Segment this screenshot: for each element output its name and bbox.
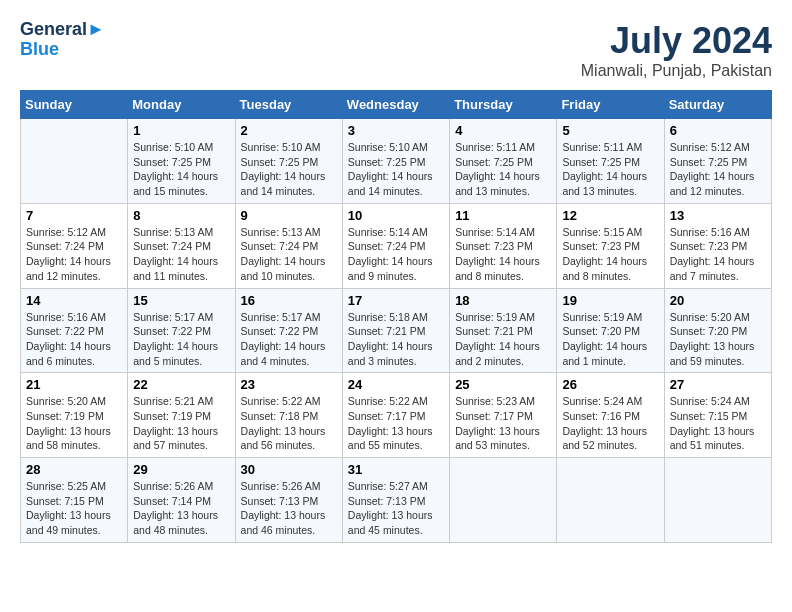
day-info: Sunrise: 5:10 AM Sunset: 7:25 PM Dayligh… [348, 140, 444, 199]
calendar-cell: 1Sunrise: 5:10 AM Sunset: 7:25 PM Daylig… [128, 119, 235, 204]
calendar-cell: 31Sunrise: 5:27 AM Sunset: 7:13 PM Dayli… [342, 458, 449, 543]
day-header-saturday: Saturday [664, 91, 771, 119]
day-number: 28 [26, 462, 122, 477]
day-info: Sunrise: 5:10 AM Sunset: 7:25 PM Dayligh… [241, 140, 337, 199]
calendar-cell: 21Sunrise: 5:20 AM Sunset: 7:19 PM Dayli… [21, 373, 128, 458]
day-info: Sunrise: 5:25 AM Sunset: 7:15 PM Dayligh… [26, 479, 122, 538]
day-info: Sunrise: 5:21 AM Sunset: 7:19 PM Dayligh… [133, 394, 229, 453]
day-info: Sunrise: 5:11 AM Sunset: 7:25 PM Dayligh… [562, 140, 658, 199]
day-info: Sunrise: 5:13 AM Sunset: 7:24 PM Dayligh… [241, 225, 337, 284]
calendar-cell: 24Sunrise: 5:22 AM Sunset: 7:17 PM Dayli… [342, 373, 449, 458]
day-header-tuesday: Tuesday [235, 91, 342, 119]
week-row-5: 28Sunrise: 5:25 AM Sunset: 7:15 PM Dayli… [21, 458, 772, 543]
day-number: 6 [670, 123, 766, 138]
calendar-cell: 6Sunrise: 5:12 AM Sunset: 7:25 PM Daylig… [664, 119, 771, 204]
day-number: 5 [562, 123, 658, 138]
calendar-cell: 2Sunrise: 5:10 AM Sunset: 7:25 PM Daylig… [235, 119, 342, 204]
day-number: 4 [455, 123, 551, 138]
location-title: Mianwali, Punjab, Pakistan [581, 62, 772, 80]
month-title: July 2024 [581, 20, 772, 62]
day-header-sunday: Sunday [21, 91, 128, 119]
day-number: 17 [348, 293, 444, 308]
day-number: 13 [670, 208, 766, 223]
day-info: Sunrise: 5:22 AM Sunset: 7:17 PM Dayligh… [348, 394, 444, 453]
calendar-cell: 23Sunrise: 5:22 AM Sunset: 7:18 PM Dayli… [235, 373, 342, 458]
day-number: 25 [455, 377, 551, 392]
calendar-cell: 7Sunrise: 5:12 AM Sunset: 7:24 PM Daylig… [21, 203, 128, 288]
day-info: Sunrise: 5:26 AM Sunset: 7:13 PM Dayligh… [241, 479, 337, 538]
logo-text: General►Blue [20, 20, 105, 60]
calendar-body: 1Sunrise: 5:10 AM Sunset: 7:25 PM Daylig… [21, 119, 772, 543]
day-number: 11 [455, 208, 551, 223]
calendar-table: SundayMondayTuesdayWednesdayThursdayFrid… [20, 90, 772, 543]
day-info: Sunrise: 5:23 AM Sunset: 7:17 PM Dayligh… [455, 394, 551, 453]
day-info: Sunrise: 5:26 AM Sunset: 7:14 PM Dayligh… [133, 479, 229, 538]
week-row-3: 14Sunrise: 5:16 AM Sunset: 7:22 PM Dayli… [21, 288, 772, 373]
day-info: Sunrise: 5:16 AM Sunset: 7:23 PM Dayligh… [670, 225, 766, 284]
day-info: Sunrise: 5:13 AM Sunset: 7:24 PM Dayligh… [133, 225, 229, 284]
day-info: Sunrise: 5:14 AM Sunset: 7:23 PM Dayligh… [455, 225, 551, 284]
day-info: Sunrise: 5:16 AM Sunset: 7:22 PM Dayligh… [26, 310, 122, 369]
calendar-cell [450, 458, 557, 543]
day-number: 14 [26, 293, 122, 308]
calendar-cell: 4Sunrise: 5:11 AM Sunset: 7:25 PM Daylig… [450, 119, 557, 204]
day-number: 24 [348, 377, 444, 392]
day-number: 1 [133, 123, 229, 138]
day-number: 8 [133, 208, 229, 223]
calendar-cell [664, 458, 771, 543]
day-number: 30 [241, 462, 337, 477]
calendar-cell: 28Sunrise: 5:25 AM Sunset: 7:15 PM Dayli… [21, 458, 128, 543]
day-header-thursday: Thursday [450, 91, 557, 119]
calendar-cell: 14Sunrise: 5:16 AM Sunset: 7:22 PM Dayli… [21, 288, 128, 373]
calendar-cell: 16Sunrise: 5:17 AM Sunset: 7:22 PM Dayli… [235, 288, 342, 373]
day-number: 3 [348, 123, 444, 138]
day-number: 10 [348, 208, 444, 223]
day-info: Sunrise: 5:19 AM Sunset: 7:20 PM Dayligh… [562, 310, 658, 369]
day-header-monday: Monday [128, 91, 235, 119]
calendar-cell [21, 119, 128, 204]
calendar-cell: 19Sunrise: 5:19 AM Sunset: 7:20 PM Dayli… [557, 288, 664, 373]
day-number: 7 [26, 208, 122, 223]
day-number: 29 [133, 462, 229, 477]
day-number: 9 [241, 208, 337, 223]
calendar-cell: 8Sunrise: 5:13 AM Sunset: 7:24 PM Daylig… [128, 203, 235, 288]
calendar-cell: 15Sunrise: 5:17 AM Sunset: 7:22 PM Dayli… [128, 288, 235, 373]
week-row-1: 1Sunrise: 5:10 AM Sunset: 7:25 PM Daylig… [21, 119, 772, 204]
calendar-cell: 26Sunrise: 5:24 AM Sunset: 7:16 PM Dayli… [557, 373, 664, 458]
week-row-4: 21Sunrise: 5:20 AM Sunset: 7:19 PM Dayli… [21, 373, 772, 458]
day-number: 22 [133, 377, 229, 392]
day-number: 18 [455, 293, 551, 308]
day-number: 20 [670, 293, 766, 308]
calendar-header-row: SundayMondayTuesdayWednesdayThursdayFrid… [21, 91, 772, 119]
calendar-cell: 11Sunrise: 5:14 AM Sunset: 7:23 PM Dayli… [450, 203, 557, 288]
day-header-wednesday: Wednesday [342, 91, 449, 119]
day-info: Sunrise: 5:22 AM Sunset: 7:18 PM Dayligh… [241, 394, 337, 453]
calendar-cell: 5Sunrise: 5:11 AM Sunset: 7:25 PM Daylig… [557, 119, 664, 204]
day-info: Sunrise: 5:24 AM Sunset: 7:16 PM Dayligh… [562, 394, 658, 453]
day-info: Sunrise: 5:19 AM Sunset: 7:21 PM Dayligh… [455, 310, 551, 369]
title-block: July 2024 Mianwali, Punjab, Pakistan [581, 20, 772, 80]
day-header-friday: Friday [557, 91, 664, 119]
day-info: Sunrise: 5:11 AM Sunset: 7:25 PM Dayligh… [455, 140, 551, 199]
day-number: 21 [26, 377, 122, 392]
day-number: 27 [670, 377, 766, 392]
page-header: General►Blue July 2024 Mianwali, Punjab,… [20, 20, 772, 80]
calendar-cell: 22Sunrise: 5:21 AM Sunset: 7:19 PM Dayli… [128, 373, 235, 458]
day-info: Sunrise: 5:20 AM Sunset: 7:20 PM Dayligh… [670, 310, 766, 369]
calendar-cell: 12Sunrise: 5:15 AM Sunset: 7:23 PM Dayli… [557, 203, 664, 288]
day-info: Sunrise: 5:12 AM Sunset: 7:24 PM Dayligh… [26, 225, 122, 284]
day-info: Sunrise: 5:12 AM Sunset: 7:25 PM Dayligh… [670, 140, 766, 199]
calendar-cell: 13Sunrise: 5:16 AM Sunset: 7:23 PM Dayli… [664, 203, 771, 288]
day-number: 23 [241, 377, 337, 392]
calendar-cell: 10Sunrise: 5:14 AM Sunset: 7:24 PM Dayli… [342, 203, 449, 288]
calendar-cell: 30Sunrise: 5:26 AM Sunset: 7:13 PM Dayli… [235, 458, 342, 543]
day-info: Sunrise: 5:17 AM Sunset: 7:22 PM Dayligh… [133, 310, 229, 369]
calendar-cell: 9Sunrise: 5:13 AM Sunset: 7:24 PM Daylig… [235, 203, 342, 288]
day-info: Sunrise: 5:10 AM Sunset: 7:25 PM Dayligh… [133, 140, 229, 199]
calendar-cell: 17Sunrise: 5:18 AM Sunset: 7:21 PM Dayli… [342, 288, 449, 373]
day-number: 16 [241, 293, 337, 308]
calendar-cell [557, 458, 664, 543]
day-number: 15 [133, 293, 229, 308]
calendar-cell: 20Sunrise: 5:20 AM Sunset: 7:20 PM Dayli… [664, 288, 771, 373]
day-info: Sunrise: 5:17 AM Sunset: 7:22 PM Dayligh… [241, 310, 337, 369]
